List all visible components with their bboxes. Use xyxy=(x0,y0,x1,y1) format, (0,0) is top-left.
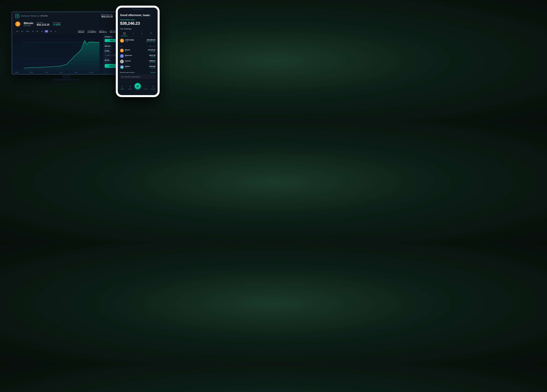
time-btn-5m[interactable]: 5m xyxy=(20,30,24,33)
phone-screen: Good afternoon, Isaac. Total portfolio v… xyxy=(118,8,158,95)
portfolio-section: Total portfolio value $38,246.23 xyxy=(120,19,155,26)
recent-orders-title: Recent open orders xyxy=(120,72,135,73)
chart-controls: 1m 5m 30m 1h 4h 1d All ⊟ ∿ Market Cap $5… xyxy=(13,29,120,34)
sol-code: SOL xyxy=(125,67,149,69)
daily-low-label: Daily Low xyxy=(99,30,107,31)
view-all-link[interactable]: View all xyxy=(150,72,155,73)
notch-bar xyxy=(132,9,143,10)
btc-row: ₿ Bitcoin BTC +$2,323.93 ▲ 5.91% xyxy=(120,48,155,53)
btc-name: Bitcoin xyxy=(125,49,148,51)
candlestick-icon-btn[interactable]: ⊟ xyxy=(49,30,53,33)
monitor-header: ₪ Dashboard / Market List / BTCCAD Total… xyxy=(13,13,120,20)
x-label-3: 07/31 xyxy=(45,72,48,73)
portfolio-value: $38,246.23 xyxy=(120,21,155,26)
market-cap-value: $592.2B xyxy=(78,31,85,33)
pct-25-btn[interactable]: 25% xyxy=(105,54,112,56)
coin-name: Bitcoin xyxy=(24,22,33,25)
coin-name-block: Bitcoin BTC/CAD xyxy=(24,22,33,27)
breadcrumb-current: BTCCAD xyxy=(41,15,48,17)
breadcrumb: Dashboard / Market List / BTCCAD xyxy=(21,15,48,17)
market-cap-stat: Market Cap $592.2B xyxy=(78,30,85,33)
portfolio-value: $15,113.15 xyxy=(101,15,113,18)
home-label: Home xyxy=(121,88,124,90)
btc-info: Bitcoin BTC xyxy=(125,49,148,52)
eth-profit-amount: +$512.98 xyxy=(149,54,155,56)
x-label-4: 10/01 xyxy=(60,72,63,73)
main-content: 32,113.15 33,000.00 32,000.00 31,000.00 … xyxy=(13,34,120,74)
transfer-label: Transfer xyxy=(143,88,148,90)
breadcrumb-sep2: / xyxy=(40,15,40,17)
order-text: Buy 0.015 BTC @ $58,560.00 xyxy=(121,76,140,78)
x-label-6: 2020/12 xyxy=(89,72,94,73)
cad-name: CAD Dollar xyxy=(125,39,146,41)
order-preview: Buy 0.015 BTC @ $58,560.00 xyxy=(120,74,155,79)
logo-icon: ₪ xyxy=(15,14,19,18)
transfer-icon: ↑ xyxy=(145,85,146,88)
svg-point-8 xyxy=(84,40,85,41)
nav-home[interactable]: ⌂ Home xyxy=(118,85,126,90)
change-value: +7.07% xyxy=(53,24,61,26)
nav-account[interactable]: ☺ Account xyxy=(149,85,157,90)
greeting-text: Good afternoon, Isaac. xyxy=(120,13,155,17)
eth-profit: +$512.98 ▲ 6.33% xyxy=(149,54,155,58)
recent-orders-header: Recent open orders View all xyxy=(120,72,155,73)
tab-clock[interactable]: ⏱ xyxy=(147,31,156,36)
coin-supply-value: 117.6M BTC xyxy=(88,31,96,33)
x-label-5: 11/06 xyxy=(74,72,77,73)
nav-transfer[interactable]: ↑ Transfer xyxy=(142,85,149,90)
desktop-monitor: ₪ Dashboard / Market List / BTCCAD Total… xyxy=(11,11,122,81)
time-btn-30m[interactable]: 30m xyxy=(25,30,30,33)
phone-notch xyxy=(118,8,158,11)
daily-low-value: $29,025.12 xyxy=(99,31,107,33)
holdings-title: Your Holdings xyxy=(120,28,155,30)
eth-name: Ethereum xyxy=(125,54,149,56)
ltc-name: Litecoin xyxy=(125,60,149,62)
account-icon: ☺ xyxy=(152,85,154,88)
center-trade-btn[interactable]: ⇄ xyxy=(135,83,141,89)
sol-profit-pct: ▲ 12.52% xyxy=(149,67,155,69)
tab-pulse[interactable]: ∿ xyxy=(138,31,147,36)
home-icon: ⌂ xyxy=(122,85,123,88)
coin-supply-stat: Coin Supply 117.6M BTC xyxy=(88,30,96,33)
nav-market[interactable]: ↗ Market xyxy=(126,85,134,90)
header-left: ₪ Dashboard / Market List / BTCCAD xyxy=(15,14,48,18)
tab-wallet[interactable]: ⬛ xyxy=(120,31,129,36)
time-btn-1d[interactable]: 1d xyxy=(40,30,43,33)
live-price-label: Live Price xyxy=(37,22,49,23)
cad-icon: $ xyxy=(120,39,124,43)
nav-transfer-center[interactable]: ⇄ xyxy=(134,83,142,90)
eth-avatar: Ξ xyxy=(120,54,124,58)
sol-row: ◎ Solana SOL +$153.86 ▲ 12.52% xyxy=(120,64,155,70)
market-label: Market xyxy=(128,88,132,90)
bitcoin-icon: ₿ xyxy=(15,21,20,27)
x-label-2: 06/02 xyxy=(30,72,33,73)
change-block: 24H Change +7.07% xyxy=(53,22,61,26)
cad-row: $ CAD Dollar CAD $30,000.00 Tap to add f… xyxy=(120,38,155,44)
tap-to-add-funds[interactable]: Tap to add funds xyxy=(146,41,155,42)
btc-profit-amount: +$2,323.93 xyxy=(148,49,155,51)
live-price-value: $32,113.15 xyxy=(37,23,49,26)
tab-chart[interactable]: ↗ xyxy=(129,31,138,36)
monitor-screen: ₪ Dashboard / Market List / BTCCAD Total… xyxy=(11,11,122,75)
btc-profit: +$2,323.93 ▲ 5.91% xyxy=(148,49,155,52)
recent-orders-section: Recent open orders View all Buy 0.015 BT… xyxy=(120,72,155,79)
phone-content: Good afternoon, Isaac. Total portfolio v… xyxy=(118,11,158,81)
time-btn-4h[interactable]: 4h xyxy=(36,30,39,33)
breadcrumb-market[interactable]: Market List xyxy=(31,15,39,17)
x-axis-labels: 04/01 06/02 07/31 10/01 11/06 2020/12 02… xyxy=(14,71,110,74)
time-btn-all[interactable]: All xyxy=(45,30,48,33)
stand-neck xyxy=(62,75,71,79)
time-btn-1h[interactable]: 1h xyxy=(31,30,34,33)
time-btn-1m[interactable]: 1m xyxy=(15,30,19,33)
monitor-stand xyxy=(11,75,122,81)
breadcrumb-sep1: / xyxy=(30,15,30,17)
market-icon: ↗ xyxy=(129,85,131,88)
ltc-row: Ł Litecoin LTC +$888.82 ▲ 23.78% xyxy=(120,59,155,64)
btc-code: BTC xyxy=(125,51,148,52)
coin-pair: BTC/CAD xyxy=(24,25,33,27)
line-chart-icon-btn[interactable]: ∿ xyxy=(54,30,57,33)
breadcrumb-dashboard[interactable]: Dashboard xyxy=(21,15,29,17)
ltc-code: LTC xyxy=(125,62,149,63)
sol-profit-amount: +$153.86 xyxy=(149,66,155,67)
coin-supply-label: Coin Supply xyxy=(88,30,96,31)
